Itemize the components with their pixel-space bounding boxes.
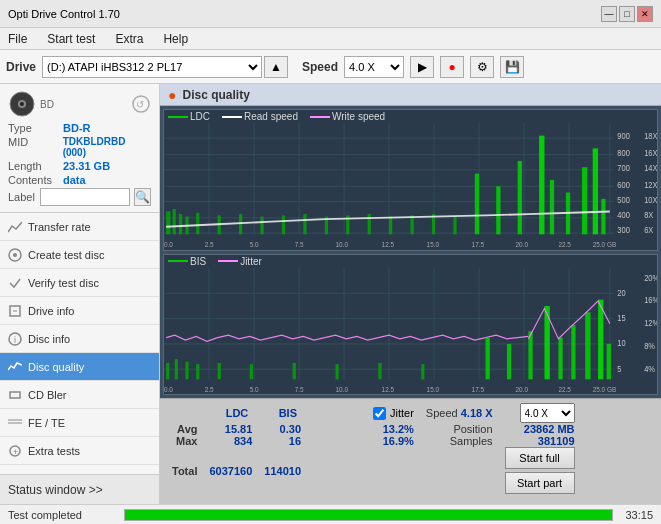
menu-extra[interactable]: Extra [111,30,147,48]
nav-disc-info[interactable]: i Disc info [0,325,159,353]
nav-disc-quality-label: Disc quality [28,361,84,373]
avg-ldc: 15.81 [203,423,258,435]
svg-text:900: 900 [617,132,630,142]
nav-disc-quality[interactable]: Disc quality [0,353,159,381]
status-text: Test completed [0,509,120,521]
length-value: 23.31 GB [63,160,110,172]
svg-text:12X: 12X [644,180,657,190]
svg-text:800: 800 [617,148,630,158]
minimize-button[interactable]: — [601,6,617,22]
chart2-body: 20 15 10 5 20% 16% 12% 8% 4% 0.0 [164,268,657,395]
ldc-legend: LDC [168,111,210,122]
avg-label: Avg [166,423,203,435]
drive-select[interactable]: (D:) ATAPI iHBS312 2 PL17 [42,56,262,78]
svg-text:18X: 18X [644,132,657,142]
nav-create-disc-label: Create test disc [28,249,104,261]
stats-section: LDC BIS Jitter Speed 4. [160,398,661,504]
svg-text:15: 15 [617,313,626,323]
svg-rect-103 [196,364,199,379]
nav-create-test-disc[interactable]: Create test disc [0,241,159,269]
speed-select-stats[interactable]: 4.0 X [520,403,575,423]
jitter-legend: Jitter [218,256,262,267]
svg-rect-117 [598,299,603,379]
menu-file[interactable]: File [4,30,31,48]
svg-text:16X: 16X [644,148,657,158]
svg-rect-101 [175,359,178,379]
samples-label: Samples [420,435,499,447]
verify-disc-icon [8,276,22,290]
svg-rect-102 [185,361,188,379]
label-input[interactable] [40,188,130,206]
svg-text:10X: 10X [644,195,657,205]
svg-rect-53 [518,161,522,234]
nav-transfer-rate[interactable]: Transfer rate [0,213,159,241]
nav-verify-disc-label: Verify test disc [28,277,99,289]
chart1-body: 900 800 700 600 500 400 300 18X 16X 14X … [164,123,657,250]
menu-start-test[interactable]: Start test [43,30,99,48]
svg-text:12%: 12% [644,318,657,328]
content-area: ● Disc quality LDC Read speed [160,84,661,504]
svg-text:500: 500 [617,195,630,205]
speed-select[interactable]: 4.0 X [344,56,404,78]
stats-table-area: LDC BIS Jitter Speed 4. [166,403,655,500]
svg-rect-118 [607,343,611,378]
max-jitter: 16.9% [367,435,420,447]
start-full-button[interactable]: Start full [505,447,575,469]
mid-value: TDKBLDRBD (000) [63,136,151,158]
ldc-header: LDC [203,403,258,423]
avg-speed-val: 4.18 X [461,407,493,419]
eject-button[interactable]: ▲ [264,56,288,78]
svg-rect-42 [282,215,285,234]
save-button[interactable]: 💾 [500,56,524,78]
svg-text:6X: 6X [644,226,654,236]
label-button[interactable]: 🔍 [134,188,151,206]
svg-text:10.0: 10.0 [335,385,348,393]
svg-rect-11 [10,392,20,398]
nav-cd-bler[interactable]: CD Bler [0,381,159,409]
disc-icon [8,90,36,118]
start-button[interactable]: ▶ [410,56,434,78]
disc-quality-title: Disc quality [182,88,249,102]
disc-refresh-icon[interactable]: ↺ [131,94,151,114]
svg-rect-58 [593,148,598,234]
svg-text:22.5: 22.5 [558,240,571,248]
svg-point-6 [13,253,17,257]
disc-info-icon: i [8,332,22,346]
position-value: 23862 MB [499,423,581,435]
record-button[interactable]: ● [440,56,464,78]
nav-drive-info[interactable]: Drive info [0,297,159,325]
type-value: BD-R [63,122,91,134]
position-label: Position [420,423,499,435]
jitter-checkbox-label[interactable]: Jitter [373,407,414,420]
start-part-button[interactable]: Start part [505,472,575,494]
chart2-svg: 20 15 10 5 20% 16% 12% 8% 4% 0.0 [164,268,657,395]
nav-extra-tests[interactable]: + Extra tests [0,437,159,465]
nav-extra-tests-label: Extra tests [28,445,80,457]
nav-verify-test-disc[interactable]: Verify test disc [0,269,159,297]
svg-rect-41 [260,217,263,235]
svg-rect-104 [218,362,221,378]
extra-tests-icon: + [8,444,22,458]
length-label: Length [8,160,63,172]
svg-text:i: i [14,335,16,345]
svg-text:25.0 GB: 25.0 GB [593,385,617,393]
total-bis: 114010 [258,447,307,494]
menu-help[interactable]: Help [159,30,192,48]
svg-text:4%: 4% [644,364,655,374]
svg-rect-36 [179,214,182,234]
jitter-checkbox[interactable] [373,407,386,420]
svg-text:10: 10 [617,338,626,348]
status-window-button[interactable]: Status window >> [0,474,159,504]
sidebar-navigation: Transfer rate Create test disc Verify te… [0,213,159,474]
svg-text:+: + [13,447,18,457]
svg-text:400: 400 [617,210,630,220]
svg-rect-51 [475,174,479,235]
close-button[interactable]: ✕ [637,6,653,22]
nav-fe-te[interactable]: FE / TE [0,409,159,437]
bis-header: BIS [258,403,307,423]
chart2-legend: BIS Jitter [164,255,657,268]
settings-button[interactable]: ⚙ [470,56,494,78]
maximize-button[interactable]: □ [619,6,635,22]
disc-quality-icon [8,360,22,374]
fe-te-icon [8,416,22,430]
